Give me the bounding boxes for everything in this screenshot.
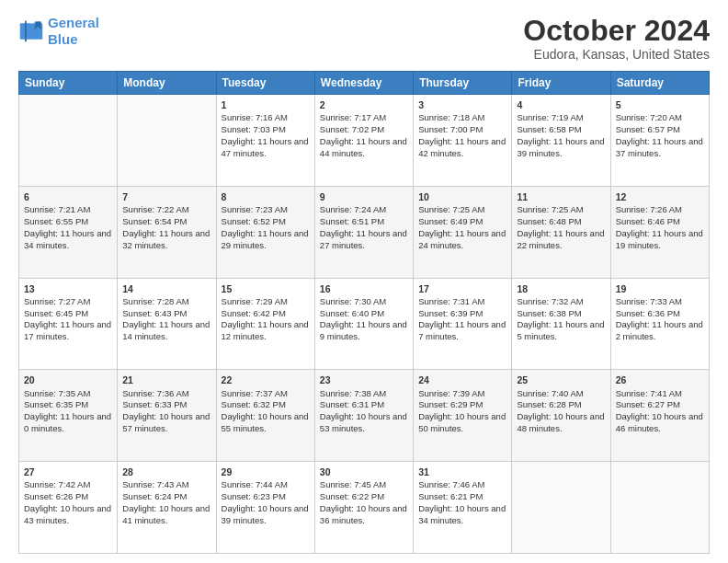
calendar-cell: 22Sunrise: 7:37 AMSunset: 6:32 PMDayligh… [216,370,314,462]
sunrise-text: Sunrise: 7:26 AM [616,204,682,214]
day-number: 15 [222,282,310,295]
calendar-week-row: 13Sunrise: 7:27 AMSunset: 6:45 PMDayligh… [19,278,710,370]
column-header-row: Sunday Monday Tuesday Wednesday Thursday… [19,72,710,95]
logo-text: General Blue [48,15,99,48]
daylight-text: Daylight: 10 hours and 48 minutes. [517,411,604,433]
day-number: 9 [320,190,408,203]
day-number: 20 [24,373,112,386]
sunset-text: Sunset: 6:43 PM [122,308,187,318]
sunrise-text: Sunrise: 7:42 AM [24,479,90,489]
sunset-text: Sunset: 6:39 PM [418,308,483,318]
calendar-cell: 11Sunrise: 7:25 AMSunset: 6:48 PMDayligh… [512,186,610,278]
daylight-text: Daylight: 11 hours and 14 minutes. [122,319,210,341]
sunset-text: Sunset: 6:38 PM [517,308,581,318]
sunset-text: Sunset: 6:31 PM [320,399,384,409]
sunset-text: Sunset: 6:51 PM [320,216,384,226]
daylight-text: Daylight: 11 hours and 7 minutes. [418,319,506,341]
daylight-text: Daylight: 10 hours and 43 minutes. [24,503,111,525]
daylight-text: Daylight: 10 hours and 53 minutes. [320,411,407,433]
sunrise-text: Sunrise: 7:21 AM [24,204,90,214]
day-number: 18 [517,282,605,295]
sunset-text: Sunset: 6:27 PM [616,399,680,409]
calendar-cell: 31Sunrise: 7:46 AMSunset: 6:21 PMDayligh… [414,462,512,554]
sunset-text: Sunset: 6:54 PM [122,216,187,226]
day-number: 17 [418,282,506,295]
sunrise-text: Sunrise: 7:38 AM [320,388,386,398]
calendar-cell [610,462,709,554]
day-number: 28 [122,465,210,478]
page: General Blue October 2024 Eudora, Kansas… [0,0,728,563]
sunset-text: Sunset: 6:35 PM [24,399,88,409]
daylight-text: Daylight: 10 hours and 55 minutes. [222,411,309,433]
daylight-text: Daylight: 11 hours and 32 minutes. [122,228,210,250]
day-number: 19 [616,282,704,295]
day-number: 23 [320,373,408,386]
day-number: 5 [616,98,704,111]
sunset-text: Sunset: 6:45 PM [24,308,88,318]
calendar-cell [118,95,216,187]
calendar-cell: 8Sunrise: 7:23 AMSunset: 6:52 PMDaylight… [216,186,314,278]
sunrise-text: Sunrise: 7:27 AM [24,296,90,306]
sunset-text: Sunset: 7:03 PM [222,124,286,134]
calendar-week-row: 1Sunrise: 7:16 AMSunset: 7:03 PMDaylight… [19,95,710,187]
day-number: 4 [517,98,605,111]
sunset-text: Sunset: 6:40 PM [320,308,384,318]
calendar-cell: 28Sunrise: 7:43 AMSunset: 6:24 PMDayligh… [118,462,216,554]
day-number: 29 [222,465,310,478]
calendar-week-row: 6Sunrise: 7:21 AMSunset: 6:55 PMDaylight… [19,186,710,278]
daylight-text: Daylight: 10 hours and 39 minutes. [222,503,309,525]
calendar-cell: 27Sunrise: 7:42 AMSunset: 6:26 PMDayligh… [19,462,118,554]
sunset-text: Sunset: 6:26 PM [24,491,88,501]
sunrise-text: Sunrise: 7:31 AM [418,296,484,306]
sunrise-text: Sunrise: 7:33 AM [616,296,682,306]
day-number: 13 [24,282,112,295]
col-sunday: Sunday [19,72,118,95]
col-thursday: Thursday [414,72,512,95]
sunset-text: Sunset: 6:36 PM [616,308,680,318]
daylight-text: Daylight: 11 hours and 5 minutes. [517,319,604,341]
calendar-cell: 17Sunrise: 7:31 AMSunset: 6:39 PMDayligh… [414,278,512,370]
sunset-text: Sunset: 6:24 PM [122,491,187,501]
col-wednesday: Wednesday [314,72,413,95]
sunrise-text: Sunrise: 7:35 AM [24,388,90,398]
logo-line1: General [48,15,99,30]
daylight-text: Daylight: 11 hours and 22 minutes. [517,228,604,250]
daylight-text: Daylight: 11 hours and 2 minutes. [616,319,703,341]
daylight-text: Daylight: 11 hours and 9 minutes. [320,319,407,341]
daylight-text: Daylight: 11 hours and 12 minutes. [222,319,309,341]
daylight-text: Daylight: 11 hours and 19 minutes. [616,228,703,250]
sunrise-text: Sunrise: 7:44 AM [222,479,288,489]
calendar-cell: 2Sunrise: 7:17 AMSunset: 7:02 PMDaylight… [314,95,413,187]
sunrise-text: Sunrise: 7:30 AM [320,296,386,306]
daylight-text: Daylight: 11 hours and 0 minutes. [24,411,111,433]
sunset-text: Sunset: 6:42 PM [222,308,286,318]
day-number: 16 [320,282,408,295]
calendar-cell: 5Sunrise: 7:20 AMSunset: 6:57 PMDaylight… [610,95,709,187]
sunset-text: Sunset: 6:32 PM [222,399,286,409]
sunrise-text: Sunrise: 7:29 AM [222,296,288,306]
daylight-text: Daylight: 10 hours and 34 minutes. [418,503,506,525]
sunset-text: Sunset: 6:22 PM [320,491,384,501]
col-saturday: Saturday [610,72,709,95]
day-number: 27 [24,465,112,478]
calendar-cell: 4Sunrise: 7:19 AMSunset: 6:58 PMDaylight… [512,95,610,187]
daylight-text: Daylight: 10 hours and 57 minutes. [122,411,210,433]
daylight-text: Daylight: 11 hours and 29 minutes. [222,228,309,250]
calendar-cell: 29Sunrise: 7:44 AMSunset: 6:23 PMDayligh… [216,462,314,554]
sunset-text: Sunset: 7:02 PM [320,124,384,134]
calendar-cell: 16Sunrise: 7:30 AMSunset: 6:40 PMDayligh… [314,278,413,370]
sunset-text: Sunset: 6:46 PM [616,216,680,226]
sunset-text: Sunset: 6:49 PM [418,216,483,226]
day-number: 22 [222,373,310,386]
col-friday: Friday [512,72,610,95]
calendar-cell: 23Sunrise: 7:38 AMSunset: 6:31 PMDayligh… [314,370,413,462]
calendar-cell: 1Sunrise: 7:16 AMSunset: 7:03 PMDaylight… [216,95,314,187]
calendar-cell: 19Sunrise: 7:33 AMSunset: 6:36 PMDayligh… [610,278,709,370]
sunset-text: Sunset: 6:23 PM [222,491,286,501]
calendar-cell: 3Sunrise: 7:18 AMSunset: 7:00 PMDaylight… [414,95,512,187]
calendar-cell: 13Sunrise: 7:27 AMSunset: 6:45 PMDayligh… [19,278,118,370]
daylight-text: Daylight: 11 hours and 47 minutes. [222,136,309,158]
day-number: 10 [418,190,506,203]
daylight-text: Daylight: 10 hours and 50 minutes. [418,411,506,433]
logo-icon [18,18,44,44]
